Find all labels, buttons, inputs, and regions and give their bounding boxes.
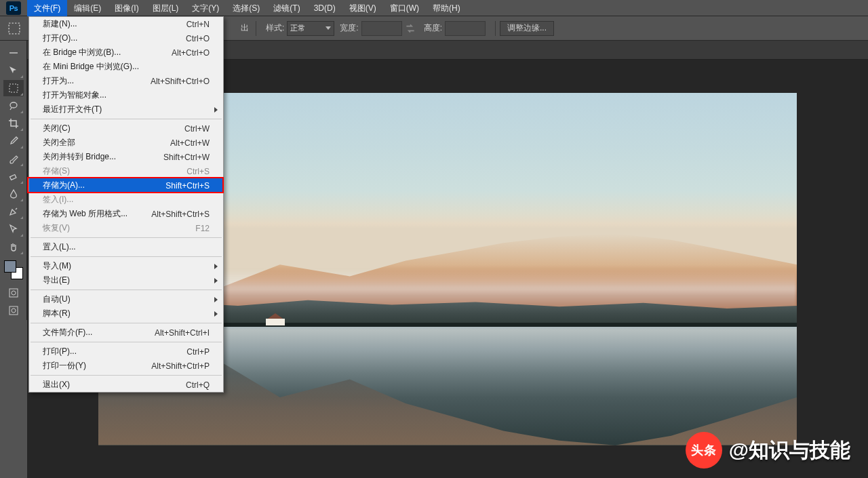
menu-item-label: 存储(S)	[43, 165, 186, 177]
path-select-tool[interactable]	[3, 221, 24, 237]
menu-item-打印[interactable]: 打印(P)...Ctrl+P	[29, 344, 223, 359]
hand-tool[interactable]	[3, 239, 24, 255]
menu-视图[interactable]: 视图(V)	[342, 0, 383, 16]
swap-icon[interactable]	[403, 22, 417, 35]
eyedropper-tool[interactable]	[3, 133, 24, 149]
menu-3d[interactable]: 3D(D)	[307, 0, 342, 16]
menu-item-导入[interactable]: 导入(M)	[29, 259, 223, 273]
brush-tool[interactable]	[3, 151, 24, 167]
menu-item-label: 存储为(A)...	[43, 180, 165, 191]
eyedropper-tool-icon	[8, 136, 19, 146]
menu-item-打开为[interactable]: 打开为...Alt+Shift+Ctrl+O	[29, 74, 223, 88]
gradient-tool-icon	[8, 188, 19, 199]
menu-item-在 Mini Bridge 中浏览[interactable]: 在 Mini Bridge 中浏览(G)...	[29, 60, 223, 74]
menu-item-label: 打印一份(Y)	[43, 360, 151, 372]
menu-item-label: 打印(P)...	[43, 346, 186, 357]
menu-文字[interactable]: 文字(Y)	[185, 0, 226, 16]
menu-滤镜[interactable]: 滤镜(T)	[267, 0, 307, 16]
menu-item-最近打开文件[interactable]: 最近打开文件(T)	[29, 102, 223, 117]
menu-item-label: 导出(E)	[43, 275, 210, 286]
path-select-tool-icon	[8, 224, 19, 235]
menu-item-label: 最近打开文件(T)	[43, 104, 210, 115]
width-field[interactable]	[361, 21, 402, 36]
gradient-tool[interactable]	[3, 186, 24, 202]
menu-item-label: 脚本(R)	[43, 308, 210, 319]
menu-item-shortcut: Alt+Shift+Ctrl+S	[151, 210, 210, 219]
crop-tool-icon	[8, 118, 19, 129]
refine-edge-button[interactable]: 调整边缘...	[500, 21, 554, 36]
menu-item-label: 置入(L)...	[43, 241, 210, 253]
lasso-tool[interactable]	[3, 98, 24, 114]
menu-separator	[31, 237, 222, 238]
marquee-tool[interactable]	[3, 80, 24, 96]
pen-tool[interactable]	[3, 203, 24, 220]
eraser-tool-icon	[8, 171, 19, 182]
screen-mode-tool[interactable]	[3, 302, 24, 319]
svg-point-4	[12, 291, 16, 295]
menu-图像[interactable]: 图像(I)	[108, 0, 145, 16]
menu-item-脚本[interactable]: 脚本(R)	[29, 306, 223, 321]
menu-选择[interactable]: 选择(S)	[226, 0, 267, 16]
menu-窗口[interactable]: 窗口(W)	[383, 0, 426, 16]
menu-图层[interactable]: 图层(L)	[146, 0, 186, 16]
menu-item-打印一份[interactable]: 打印一份(Y)Alt+Shift+Ctrl+P	[29, 359, 223, 373]
menu-item-label: 导入(M)	[43, 260, 210, 272]
menu-item-关闭[interactable]: 关闭(C)Ctrl+W	[29, 121, 223, 136]
menu-item-关闭全部[interactable]: 关闭全部Alt+Ctrl+W	[29, 136, 223, 150]
style-select[interactable]: 正常	[287, 21, 334, 36]
menu-item-文件简介[interactable]: 文件简介(F)...Alt+Shift+Ctrl+I	[29, 325, 223, 340]
eraser-tool[interactable]	[3, 168, 24, 184]
menu-文件[interactable]: 文件(F)	[27, 0, 67, 16]
menu-item-label: 新建(N)...	[43, 18, 186, 30]
watermark-text: @知识与技能	[729, 437, 850, 464]
brush-tool-icon	[8, 153, 19, 164]
menu-编辑[interactable]: 编辑(E)	[67, 0, 108, 16]
menu-item-关闭并转到 Bridge[interactable]: 关闭并转到 Bridge...Shift+Ctrl+W	[29, 150, 223, 164]
width-label: 宽度:	[340, 22, 358, 34]
menu-item-退出[interactable]: 退出(X)Ctrl+Q	[29, 378, 223, 392]
svg-rect-5	[9, 306, 18, 315]
marquee-icon	[8, 22, 20, 35]
chevron-down-icon	[326, 26, 331, 30]
menu-item-label: 关闭并转到 Bridge...	[43, 151, 163, 163]
menu-separator	[31, 119, 222, 119]
fg-swatch[interactable]	[4, 260, 16, 273]
watermark-badge: 头条	[686, 432, 722, 469]
menu-separator	[31, 342, 222, 342]
move-tool-icon	[8, 65, 19, 76]
options-tool-preview[interactable]	[0, 16, 28, 41]
height-field[interactable]	[445, 21, 486, 36]
menu-item-label: 打开为智能对象...	[43, 89, 210, 101]
menu-item-shortcut: Alt+Shift+Ctrl+P	[151, 361, 210, 371]
menu-item-存储为 Web 所用格式[interactable]: 存储为 Web 所用格式...Alt+Shift+Ctrl+S	[29, 207, 223, 221]
menu-separator	[31, 290, 222, 290]
pen-tool-icon	[8, 206, 19, 217]
menu-item-导出[interactable]: 导出(E)	[29, 273, 223, 287]
style-label: 样式:	[266, 22, 284, 34]
menu-item-shortcut: Alt+Ctrl+W	[170, 138, 210, 148]
menu-帮助[interactable]: 帮助(H)	[426, 0, 467, 16]
menu-item-自动[interactable]: 自动(U)	[29, 292, 223, 306]
menu-item-恢复: 恢复(V)F12	[29, 221, 223, 235]
menu-item-打开为智能对象[interactable]: 打开为智能对象...	[29, 88, 223, 102]
menu-item-置入[interactable]: 置入(L)...	[29, 240, 223, 254]
menu-item-shortcut: Ctrl+N	[186, 20, 210, 29]
menu-item-存储为[interactable]: 存储为(A)...Shift+Ctrl+S	[29, 178, 223, 193]
menu-separator	[31, 323, 222, 323]
height-label: 高度:	[424, 22, 442, 34]
menu-item-label: 关闭全部	[43, 137, 170, 148]
quick-mask-tool[interactable]	[3, 285, 24, 301]
menu-item-shortcut: Ctrl+O	[186, 34, 210, 43]
menu-item-打开[interactable]: 打开(O)...Ctrl+O	[29, 31, 223, 45]
toolbox-handle[interactable]	[3, 45, 24, 61]
menu-item-新建[interactable]: 新建(N)...Ctrl+N	[29, 17, 223, 31]
menu-item-签入: 签入(I)...	[29, 193, 223, 207]
move-tool[interactable]	[3, 62, 24, 79]
crop-tool[interactable]	[3, 115, 24, 132]
color-swatches[interactable]	[3, 259, 24, 281]
refine-edge-label: 调整边缘...	[507, 22, 547, 34]
separator	[256, 21, 256, 36]
menu-item-在 Bridge 中浏览[interactable]: 在 Bridge 中浏览(B)...Alt+Ctrl+O	[29, 45, 223, 60]
menu-item-shortcut: Ctrl+P	[186, 347, 210, 357]
menu-item-label: 签入(I)...	[43, 194, 210, 205]
